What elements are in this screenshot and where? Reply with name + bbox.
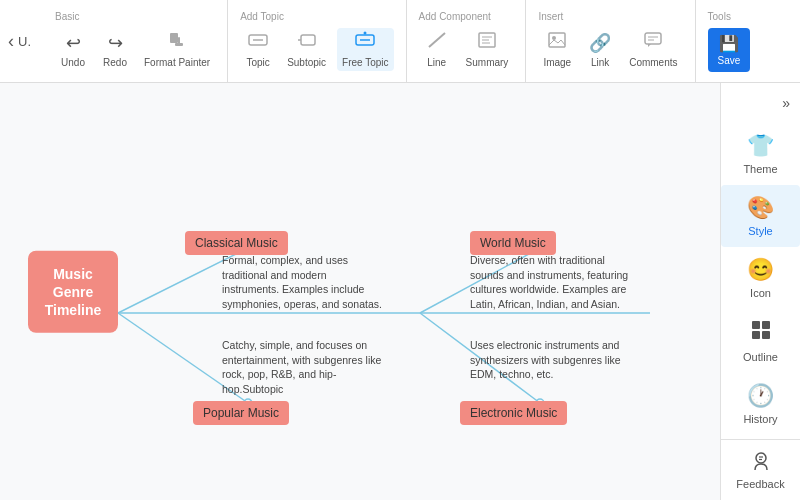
topic-world[interactable]: World Music	[470, 231, 556, 255]
toolbar-section-add-component: Add Component Line Summary	[407, 0, 527, 83]
save-icon: 💾	[719, 34, 739, 53]
add-component-buttons: Line Summary	[419, 28, 514, 71]
svg-rect-31	[752, 331, 760, 339]
sidebar-item-theme[interactable]: 👕 Theme	[721, 123, 800, 185]
canvas[interactable]: Music Genre Timeline Classical Music Wor…	[0, 83, 720, 500]
svg-rect-0	[170, 33, 178, 43]
sidebar: » 👕 Theme 🎨 Style 😊 Icon Outline 🕐 Histo…	[720, 83, 800, 500]
line-label: Line	[427, 57, 446, 68]
sidebar-feedback-button[interactable]: Feedback	[721, 439, 800, 500]
feedback-icon	[750, 450, 772, 478]
section-label-tools: Tools	[708, 11, 731, 22]
undo-label: Undo	[61, 57, 85, 68]
topic-world-label: World Music	[480, 236, 546, 250]
style-label: Style	[748, 225, 772, 237]
svg-rect-32	[762, 331, 770, 339]
section-label-add-component: Add Component	[419, 11, 491, 22]
desc-classical: Formal, complex, and uses traditional an…	[222, 253, 382, 312]
svg-rect-17	[645, 33, 661, 44]
summary-label: Summary	[466, 57, 509, 68]
redo-label: Redo	[103, 57, 127, 68]
link-icon: 🔗	[589, 32, 611, 54]
svg-rect-30	[762, 321, 770, 329]
image-button[interactable]: Image	[538, 28, 576, 71]
icon-label: Icon	[750, 287, 771, 299]
svg-rect-5	[301, 35, 315, 45]
summary-icon	[477, 31, 497, 54]
chevron-left-icon: ‹	[8, 31, 14, 52]
free-topic-button[interactable]: Free Topic	[337, 28, 394, 71]
central-node[interactable]: Music Genre Timeline	[28, 250, 118, 333]
svg-rect-2	[175, 43, 183, 46]
add-topic-buttons: Topic Subtopic Free Topic	[240, 28, 393, 71]
nav-back[interactable]: ‹ U.	[8, 31, 31, 52]
summary-button[interactable]: Summary	[461, 28, 514, 71]
nav-label: U.	[18, 34, 31, 49]
desc-popular: Catchy, simple, and focuses on entertain…	[222, 338, 382, 397]
outline-label: Outline	[743, 351, 778, 363]
svg-rect-29	[752, 321, 760, 329]
format-painter-icon	[168, 31, 186, 54]
feedback-label: Feedback	[736, 478, 784, 490]
icon-icon: 😊	[747, 257, 774, 283]
image-label: Image	[543, 57, 571, 68]
topic-button[interactable]: Topic	[240, 28, 276, 71]
topic-electronic-label: Electronic Music	[470, 406, 557, 420]
toolbar-section-tools: Tools 💾 Save	[696, 0, 763, 83]
svg-line-10	[429, 33, 445, 47]
comments-button[interactable]: Comments	[624, 28, 682, 71]
history-label: History	[743, 413, 777, 425]
topic-classical-label: Classical Music	[195, 236, 278, 250]
theme-icon: 👕	[747, 133, 774, 159]
link-button[interactable]: 🔗 Link	[582, 29, 618, 71]
image-icon	[547, 31, 567, 54]
topic-icon	[248, 31, 268, 54]
sidebar-item-icon[interactable]: 😊 Icon	[721, 247, 800, 309]
topic-popular[interactable]: Popular Music	[193, 401, 289, 425]
toolbar-section-basic: Basic ↩ Undo ↪ Redo Format Painter	[43, 0, 228, 83]
comments-icon	[643, 31, 663, 54]
toolbar: ‹ U. Basic ↩ Undo ↪ Redo Format Painter …	[0, 0, 800, 83]
topic-popular-label: Popular Music	[203, 406, 279, 420]
topic-label: Topic	[246, 57, 269, 68]
save-button[interactable]: 💾 Save	[708, 28, 751, 72]
collapse-icon: »	[782, 95, 790, 111]
redo-icon: ↪	[108, 32, 123, 54]
sidebar-item-outline[interactable]: Outline	[721, 309, 800, 373]
subtopic-label: Subtopic	[287, 57, 326, 68]
svg-point-9	[364, 32, 367, 35]
subtopic-button[interactable]: Subtopic	[282, 28, 331, 71]
outline-icon	[750, 319, 772, 347]
line-icon	[427, 31, 447, 54]
section-label-insert: Insert	[538, 11, 563, 22]
toolbar-section-insert: Insert Image 🔗 Link Comments	[526, 0, 695, 83]
section-label-add-topic: Add Topic	[240, 11, 284, 22]
theme-label: Theme	[743, 163, 777, 175]
line-button[interactable]: Line	[419, 28, 455, 71]
topic-electronic[interactable]: Electronic Music	[460, 401, 567, 425]
history-icon: 🕐	[747, 383, 774, 409]
tools-buttons: 💾 Save	[708, 28, 751, 72]
toolbar-section-add-topic: Add Topic Topic Subtopic Free Topic	[228, 0, 406, 83]
redo-button[interactable]: ↪ Redo	[97, 29, 133, 71]
undo-button[interactable]: ↩ Undo	[55, 29, 91, 71]
desc-electronic: Uses electronic instruments and synthesi…	[470, 338, 630, 382]
section-label-basic: Basic	[55, 11, 79, 22]
free-topic-icon	[355, 31, 375, 54]
style-icon: 🎨	[747, 195, 774, 221]
sidebar-collapse-button[interactable]: »	[721, 91, 800, 115]
sidebar-item-history[interactable]: 🕐 History	[721, 373, 800, 435]
comments-label: Comments	[629, 57, 677, 68]
sidebar-item-style[interactable]: 🎨 Style	[721, 185, 800, 247]
svg-rect-15	[549, 33, 565, 47]
svg-point-33	[756, 453, 766, 463]
central-node-label: Music Genre Timeline	[45, 265, 102, 317]
subtopic-icon	[297, 31, 317, 54]
free-topic-label: Free Topic	[342, 57, 389, 68]
format-painter-label: Format Painter	[144, 57, 210, 68]
undo-icon: ↩	[66, 32, 81, 54]
format-painter-button[interactable]: Format Painter	[139, 28, 215, 71]
topic-classical[interactable]: Classical Music	[185, 231, 288, 255]
main-area: Music Genre Timeline Classical Music Wor…	[0, 83, 800, 500]
desc-world: Diverse, often with traditional sounds a…	[470, 253, 630, 312]
